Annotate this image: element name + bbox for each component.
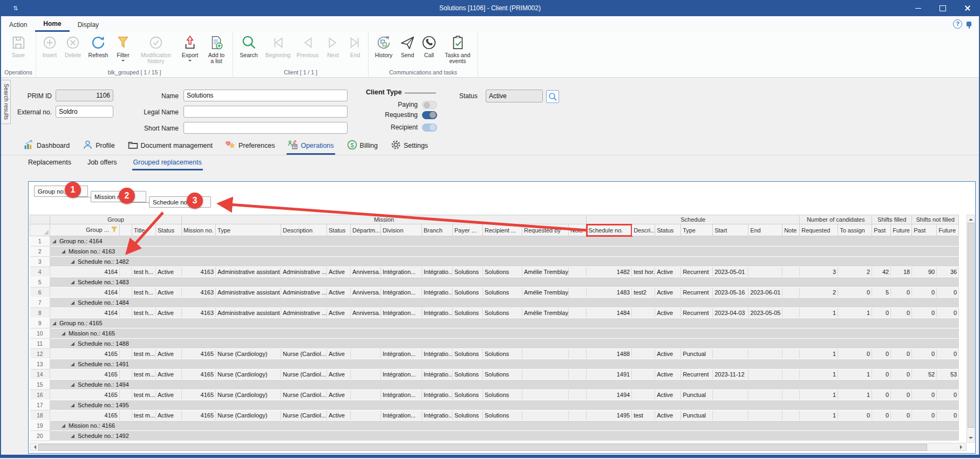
cell[interactable]: 4163 xyxy=(182,287,216,298)
cell[interactable]: Recurrent xyxy=(681,287,713,298)
column-header-status[interactable]: Status xyxy=(156,224,182,236)
cell[interactable]: 52 xyxy=(912,369,937,380)
cell[interactable] xyxy=(713,349,748,359)
cell[interactable]: 4165 xyxy=(182,390,216,400)
cell[interactable]: Intégration... xyxy=(381,308,422,318)
cell[interactable]: test m... xyxy=(132,349,156,359)
column-header-type[interactable]: Type xyxy=(216,224,281,236)
column-header-type[interactable]: Type xyxy=(681,224,713,236)
group-row[interactable]: 5Schedule no.: 1483 xyxy=(30,277,959,287)
column-header-to-assign[interactable]: To assign xyxy=(838,224,872,236)
vertical-scrollbar-thumb[interactable] xyxy=(968,223,975,428)
add-to-a-list-button[interactable]: Add to a list xyxy=(202,33,230,64)
cell[interactable]: 1494 xyxy=(587,390,632,400)
cell[interactable] xyxy=(748,349,782,359)
cell[interactable]: Intégration... xyxy=(381,267,422,277)
cell[interactable] xyxy=(120,410,132,421)
cell[interactable] xyxy=(713,410,748,421)
group-row-label[interactable]: Schedule no.: 1484 xyxy=(50,298,959,308)
column-header-past[interactable]: Past xyxy=(872,224,891,236)
column-header-note[interactable]: Note xyxy=(569,224,587,236)
cell[interactable]: 1483 xyxy=(587,287,632,298)
cell[interactable]: Intégration... xyxy=(381,390,422,400)
cell[interactable]: 53 xyxy=(937,369,959,380)
cell[interactable]: Solutions xyxy=(483,390,522,400)
cell[interactable] xyxy=(569,349,587,359)
cell[interactable]: Nurse (Cardiol... xyxy=(281,410,327,421)
cell[interactable]: Solutions xyxy=(483,287,522,298)
group-row[interactable]: 10Mission no.: 4165 xyxy=(30,328,959,339)
group-row[interactable]: 20Schedule no.: 1492 xyxy=(30,431,959,441)
cell[interactable]: Active xyxy=(655,390,681,400)
cell[interactable]: 1 xyxy=(838,390,872,400)
subtab-replacements[interactable]: Replacements xyxy=(27,157,72,170)
column-header-row-indicator[interactable] xyxy=(30,224,50,236)
cell[interactable]: 0 xyxy=(891,287,912,298)
cell[interactable] xyxy=(632,349,655,359)
cell[interactable]: 42 xyxy=(872,267,891,277)
cell[interactable]: 2023-06-01 xyxy=(748,287,782,298)
cell[interactable]: 1 xyxy=(800,369,838,380)
cell[interactable] xyxy=(782,390,800,400)
cell[interactable]: 90 xyxy=(912,267,937,277)
cell[interactable]: 2023-05-05 xyxy=(748,308,782,318)
tab-operations[interactable]: Operations xyxy=(287,140,335,155)
group-row-label[interactable]: Mission no.: 4163 xyxy=(50,246,959,257)
cell[interactable]: 0 xyxy=(872,410,891,421)
cell[interactable]: 0 xyxy=(872,390,891,400)
cell[interactable]: 1488 xyxy=(587,349,632,359)
cell[interactable]: 1 xyxy=(838,308,872,318)
cell[interactable]: Active xyxy=(156,369,182,380)
cell[interactable] xyxy=(632,369,655,380)
cell[interactable]: 4165 xyxy=(50,349,120,359)
column-header-descri-[interactable]: Descri... xyxy=(632,224,655,236)
cell[interactable]: Amélie Tremblay xyxy=(522,267,569,277)
cell[interactable]: 0 xyxy=(912,308,937,318)
cell[interactable]: Intégratio... xyxy=(422,287,453,298)
cell[interactable]: 4164 xyxy=(50,287,120,298)
table-row[interactable]: 144165test m...Active4165Nurse (Cardiolo… xyxy=(30,369,959,380)
expand-icon[interactable] xyxy=(62,424,65,428)
cell[interactable] xyxy=(120,287,132,298)
cell[interactable]: Nurse (Cardiology) xyxy=(216,410,281,421)
group-row[interactable]: 19Mission no.: 4166 xyxy=(30,421,959,431)
group-row-label[interactable]: Group no.: 4164 xyxy=(50,236,959,246)
cell[interactable]: Intégration... xyxy=(381,410,422,421)
pin-icon[interactable] xyxy=(967,22,971,26)
cell[interactable]: 4163 xyxy=(182,308,216,318)
cell[interactable]: 0 xyxy=(937,308,959,318)
filter-small-icon[interactable] xyxy=(111,228,118,234)
cell[interactable]: 1482 xyxy=(587,267,632,277)
recipient-toggle[interactable] xyxy=(422,124,437,132)
expand-icon[interactable] xyxy=(52,321,56,325)
tab-preferences[interactable]: Preferences xyxy=(224,140,276,155)
cell[interactable]: Active xyxy=(156,349,182,359)
expand-icon[interactable] xyxy=(52,239,56,243)
cell[interactable]: Intégratio... xyxy=(422,369,453,380)
table-row[interactable]: 64164test h...Active4163Administrative a… xyxy=(30,287,959,298)
cell[interactable]: 1 xyxy=(800,390,838,400)
cell[interactable]: 4164 xyxy=(50,308,120,318)
cell[interactable]: Solutions xyxy=(483,308,522,318)
cell[interactable]: Nurse (Cardiology) xyxy=(216,390,281,400)
column-header-row-indicator[interactable] xyxy=(120,224,132,236)
cell[interactable] xyxy=(782,267,800,277)
refresh-button[interactable]: Refresh xyxy=(85,33,112,58)
cell[interactable]: Active xyxy=(156,410,182,421)
cell[interactable]: Amélie Tremblay xyxy=(522,287,569,298)
tab-billing[interactable]: $Billing xyxy=(346,140,379,155)
group-row-label[interactable]: Group no.: 4165 xyxy=(50,318,959,328)
vertical-scrollbar[interactable] xyxy=(967,215,975,443)
cell[interactable]: 0 xyxy=(838,349,872,359)
column-header-recipient-[interactable]: Recipient ... xyxy=(483,224,522,236)
cell[interactable] xyxy=(748,267,782,277)
cell[interactable] xyxy=(120,369,132,380)
cell[interactable] xyxy=(522,410,569,421)
cell[interactable]: Active xyxy=(327,369,351,380)
cell[interactable]: 0 xyxy=(838,410,872,421)
cell[interactable]: 0 xyxy=(912,349,937,359)
expand-icon[interactable] xyxy=(71,403,74,407)
cell[interactable]: 0 xyxy=(891,390,912,400)
cell[interactable]: test h... xyxy=(132,287,156,298)
column-header-status[interactable]: Status xyxy=(327,224,351,236)
